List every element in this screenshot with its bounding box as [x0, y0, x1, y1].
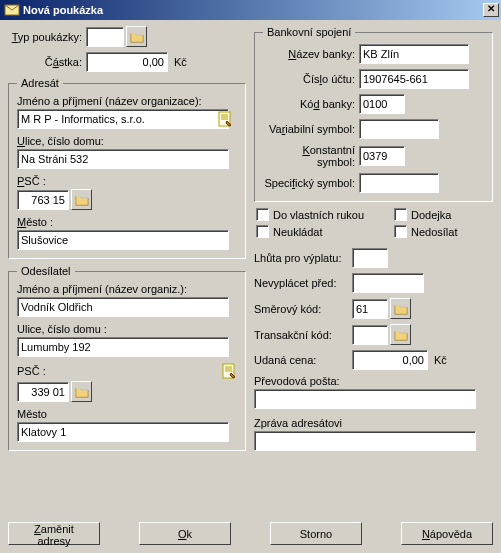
zprava-input[interactable]	[254, 431, 476, 451]
prevod-input[interactable]	[254, 389, 476, 409]
storno-button[interactable]: Storno	[270, 522, 362, 545]
smer-lookup-button[interactable]	[390, 298, 411, 319]
smer-input[interactable]	[352, 299, 388, 319]
odesilatel-group: Odesílatel Jméno a příjmení (název organ…	[8, 265, 246, 451]
odesilatel-psc-lookup-button[interactable]	[71, 381, 92, 402]
bank-nazev-input[interactable]	[359, 44, 469, 64]
adresat-mesto-label: Město :	[17, 216, 237, 228]
trans-label: Transakční kód:	[254, 329, 352, 341]
odesilatel-legend: Odesílatel	[17, 265, 75, 277]
odesilatel-mesto-input[interactable]	[17, 422, 229, 442]
zamenit-button[interactable]: Zaměnit adresy	[8, 522, 100, 545]
cena-kc: Kč	[434, 354, 447, 366]
note-icon[interactable]	[221, 363, 237, 379]
odesilatel-mesto-label: Město	[17, 408, 237, 420]
nevyplacet-input[interactable]	[352, 273, 424, 293]
adresat-legend: Adresát	[17, 77, 63, 89]
bank-group: Bankovní spojení Název banky: Číslo účtu…	[254, 26, 493, 202]
adresat-group: Adresát Jméno a příjmení (název organiza…	[8, 77, 246, 259]
bank-konst-input[interactable]	[359, 146, 405, 166]
castka-label: Částka:	[8, 56, 86, 68]
adresat-psc-lookup-button[interactable]	[71, 189, 92, 210]
neukladat-label: Neukládat	[273, 226, 323, 238]
bank-spec-label: Specifický symbol:	[263, 177, 359, 189]
kc-label: Kč	[174, 56, 187, 68]
napoveda-button[interactable]: Nápověda	[401, 522, 493, 545]
trans-lookup-button[interactable]	[390, 324, 411, 345]
bank-cislo-input[interactable]	[359, 69, 469, 89]
envelope-icon	[4, 2, 20, 18]
dovlast-checkbox[interactable]	[256, 208, 269, 221]
typ-input[interactable]	[86, 27, 124, 47]
adresat-jmeno-label: Jméno a příjmení (název organizace):	[17, 95, 237, 107]
prevod-label: Převodová pošta:	[254, 375, 493, 387]
window-title: Nová poukázka	[23, 4, 103, 16]
adresat-ulice-label: Ulice, číslo domu:	[17, 135, 237, 147]
trans-input[interactable]	[352, 325, 388, 345]
nedosilat-checkbox[interactable]	[394, 225, 407, 238]
bank-legend: Bankovní spojení	[263, 26, 355, 38]
castka-input[interactable]	[86, 52, 168, 72]
bank-var-input[interactable]	[359, 119, 439, 139]
bank-konst-label: Konstantní symbol:	[263, 144, 359, 168]
bank-kod-input[interactable]	[359, 94, 405, 114]
nedosilat-label: Nedosílat	[411, 226, 457, 238]
cena-input[interactable]	[352, 350, 428, 370]
adresat-psc-label: PSČ :	[17, 175, 237, 187]
close-button[interactable]: ✕	[483, 3, 499, 17]
cena-label: Udaná cena:	[254, 354, 352, 366]
adresat-jmeno-input[interactable]	[17, 109, 229, 129]
zprava-label: Zpráva adresátovi	[254, 417, 493, 429]
adresat-ulice-input[interactable]	[17, 149, 229, 169]
bank-cislo-label: Číslo účtu:	[263, 73, 359, 85]
dovlast-label: Do vlastních rukou	[273, 209, 364, 221]
lhuta-input[interactable]	[352, 248, 388, 268]
odesilatel-ulice-input[interactable]	[17, 337, 229, 357]
odesilatel-jmeno-label: Jméno a příjmení (název organiz.):	[17, 283, 237, 295]
odesilatel-jmeno-input[interactable]	[17, 297, 229, 317]
odesilatel-psc-label: PSČ :	[17, 365, 46, 377]
neukladat-checkbox[interactable]	[256, 225, 269, 238]
adresat-mesto-input[interactable]	[17, 230, 229, 250]
bank-spec-input[interactable]	[359, 173, 439, 193]
smer-label: Směrový kód:	[254, 303, 352, 315]
odesilatel-ulice-label: Ulice, číslo domu :	[17, 323, 237, 335]
typ-label: Typ poukázky:	[8, 31, 86, 43]
dodejka-checkbox[interactable]	[394, 208, 407, 221]
nevyplacet-label: Nevyplácet před:	[254, 277, 352, 289]
bank-nazev-label: Název banky:	[263, 48, 359, 60]
lhuta-label: Lhůta pro výplatu:	[254, 252, 352, 264]
odesilatel-psc-input[interactable]	[17, 382, 69, 402]
dodejka-label: Dodejka	[411, 209, 451, 221]
bank-kod-label: Kód banky:	[263, 98, 359, 110]
ok-button[interactable]: Ok	[139, 522, 231, 545]
bank-var-label: Variabilní symbol:	[263, 123, 359, 135]
adresat-psc-input[interactable]	[17, 190, 69, 210]
note-icon[interactable]	[217, 111, 233, 127]
typ-lookup-button[interactable]	[126, 26, 147, 47]
